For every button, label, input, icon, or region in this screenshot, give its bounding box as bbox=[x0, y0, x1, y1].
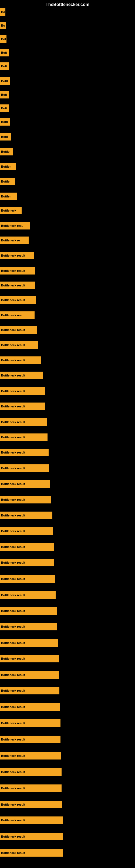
bar-item: Bottleneck result bbox=[0, 448, 49, 456]
bar-item: Bottleneck result bbox=[0, 403, 45, 410]
bottleneck-bar: Bottleneck result bbox=[0, 639, 58, 647]
bottleneck-bar: Bottleneck result bbox=[0, 655, 59, 662]
bar-item: Bottleneck bbox=[0, 207, 21, 214]
bar-item: Bottleneck result bbox=[0, 496, 51, 503]
bar-item: Bottleneck resu bbox=[0, 311, 35, 319]
bar-item: Bottleneck result bbox=[0, 559, 54, 566]
bar-item: Bott bbox=[0, 91, 9, 98]
bar-item: Bottleneck result bbox=[0, 671, 59, 679]
bar-item: Bottleneck result bbox=[0, 655, 59, 662]
bottleneck-bar: Bottleneck result bbox=[0, 480, 50, 488]
bar-item: Bottleneck result bbox=[0, 267, 35, 275]
bar-item: Bottleneck result bbox=[0, 433, 48, 441]
bar-item: Bottleneck result bbox=[0, 575, 55, 583]
bar-item: Bottleneck result bbox=[0, 464, 49, 472]
bottleneck-bar: Bottlen bbox=[0, 163, 16, 170]
bottleneck-bar: Bottleneck result bbox=[0, 296, 36, 304]
bar-item: Bottleneck result bbox=[0, 607, 57, 615]
bottleneck-bar: Bottleneck result bbox=[0, 575, 55, 583]
bottleneck-bar: Bottleneck result bbox=[0, 607, 57, 615]
bottleneck-bar: Bottleneck result bbox=[0, 849, 63, 857]
bottleneck-bar: Bot bbox=[0, 35, 6, 43]
bar-item: Bottleneck result bbox=[0, 849, 63, 857]
bottleneck-bar: Bottleneck result bbox=[0, 418, 47, 426]
bottleneck-bar: Bottl bbox=[0, 118, 10, 126]
bottleneck-bar: Bottleneck result bbox=[0, 464, 49, 472]
bar-item: Bottleneck resu bbox=[0, 222, 30, 229]
bottleneck-bar: Bottleneck result bbox=[0, 591, 56, 599]
bar-item: Bot bbox=[0, 35, 6, 43]
bottleneck-bar: Bott bbox=[0, 49, 9, 56]
bottleneck-bar: Bottleneck result bbox=[0, 671, 59, 679]
bottleneck-bar: Bott bbox=[0, 104, 9, 112]
bottleneck-bar: Bott bbox=[0, 62, 9, 70]
bar-item: Bottleneck result bbox=[0, 388, 45, 395]
bar-item: Bottleneck result bbox=[0, 833, 63, 840]
bar-item: Bottleneck result bbox=[0, 623, 57, 630]
bar-item: Bottleneck result bbox=[0, 282, 35, 289]
bottleneck-bar: Bottleneck result bbox=[0, 356, 41, 364]
bottleneck-bar: Bottleneck result bbox=[0, 801, 62, 808]
bar-item: Bottle bbox=[0, 178, 15, 185]
bar-item: Bottleneck result bbox=[0, 703, 60, 711]
bar-item: Bottleneck re bbox=[0, 237, 29, 244]
bottleneck-bar: Bottleneck resu bbox=[0, 222, 30, 229]
bottleneck-bar: Bottle bbox=[0, 178, 15, 185]
bar-item: Bottleneck result bbox=[0, 768, 61, 776]
bar-item: Bottleneck result bbox=[0, 252, 34, 259]
bar-item: Bottleneck result bbox=[0, 816, 63, 824]
bottleneck-bar: Bottleneck result bbox=[0, 341, 38, 349]
bar-item: Bott bbox=[0, 49, 9, 56]
bottleneck-bar: Bottleneck result bbox=[0, 282, 35, 289]
bar-item: Bottle bbox=[0, 148, 13, 155]
bar-item: Bottleneck result bbox=[0, 784, 61, 792]
bottleneck-bar: Bottleneck resu bbox=[0, 311, 35, 319]
bar-item: Bottleneck result bbox=[0, 356, 41, 364]
bar-item: Bottleneck result bbox=[0, 512, 52, 519]
bottleneck-bar: Bottleneck result bbox=[0, 784, 61, 792]
bottleneck-bar: Bottleneck result bbox=[0, 433, 48, 441]
bottleneck-bar: Bottleneck re bbox=[0, 237, 29, 244]
bottleneck-bar: Bo bbox=[0, 22, 6, 29]
bottleneck-bar: Bottleneck result bbox=[0, 252, 34, 259]
bottleneck-bar: Bottleneck result bbox=[0, 496, 51, 503]
bar-item: Bottleneck result bbox=[0, 591, 56, 599]
bar-item: Bott bbox=[0, 104, 9, 112]
bar-item: Bottleneck result bbox=[0, 719, 60, 727]
bar-item: Bottlen bbox=[0, 163, 16, 170]
bottleneck-bar: Bottleneck result bbox=[0, 768, 61, 776]
bottleneck-bar: Bottleneck result bbox=[0, 736, 60, 743]
bottleneck-bar: Bottleneck result bbox=[0, 267, 35, 275]
bottleneck-bar: Bottleneck result bbox=[0, 719, 60, 727]
bottleneck-bar: Bottleneck result bbox=[0, 512, 52, 519]
bottleneck-bar: Bottleneck result bbox=[0, 448, 49, 456]
bar-item: Bottleneck result bbox=[0, 372, 43, 379]
bottleneck-bar: Bottleneck result bbox=[0, 543, 54, 551]
bar-item: Bottleneck result bbox=[0, 480, 50, 488]
bar-item: Bottl bbox=[0, 133, 11, 141]
site-title: TheBottlenecker.com bbox=[46, 2, 89, 7]
bottleneck-bar: Bottle bbox=[0, 148, 13, 155]
bottleneck-bar: Bottl bbox=[0, 133, 11, 141]
bar-item: Bottleneck result bbox=[0, 687, 59, 694]
bar-item: Bottleneck result bbox=[0, 527, 53, 535]
bar-item: Bottleneck result bbox=[0, 543, 54, 551]
bottleneck-bar: Bottleneck result bbox=[0, 752, 61, 760]
bar-item: Bottleneck result bbox=[0, 801, 62, 808]
bar-item: Bott bbox=[0, 62, 9, 70]
bottleneck-bar: Bottleneck result bbox=[0, 703, 60, 711]
bar-item: Bottleneck result bbox=[0, 736, 60, 743]
bottleneck-bar: Bottleneck result bbox=[0, 372, 43, 379]
bottleneck-bar: Bottleneck result bbox=[0, 527, 53, 535]
bar-item: Bottleneck result bbox=[0, 752, 61, 760]
bar-item: Bottl bbox=[0, 77, 10, 85]
bottleneck-bar: Bottl bbox=[0, 77, 10, 85]
bar-item: Bottl bbox=[0, 118, 10, 126]
bottleneck-bar: Bottleneck result bbox=[0, 326, 37, 334]
bar-item: Bottleneck result bbox=[0, 341, 38, 349]
bar-item: Bo bbox=[0, 22, 6, 29]
bottleneck-bar: Bottleneck result bbox=[0, 403, 45, 410]
bottleneck-bar: Bottleneck bbox=[0, 207, 21, 214]
bar-item: Bottleneck result bbox=[0, 639, 58, 647]
bottleneck-bar: Bottlen bbox=[0, 193, 17, 200]
